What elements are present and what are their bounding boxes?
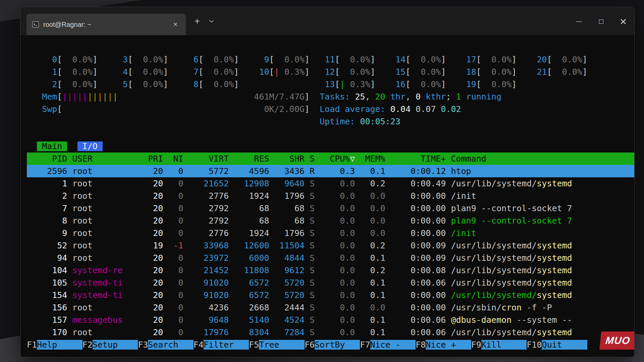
text-segment: 0.0% [62, 55, 92, 64]
text-segment: 14 [390, 55, 406, 64]
text-segment [446, 303, 451, 312]
tab-dropdown-button[interactable] [205, 14, 218, 28]
tab-close-button[interactable]: × [170, 19, 180, 29]
text-segment: root [67, 253, 123, 263]
fkey-f6[interactable]: SortBy [315, 340, 360, 350]
text-segment: 0.1 [355, 290, 385, 300]
fkey-f7[interactable]: Nice - [370, 340, 416, 350]
fkey-f9[interactable]: Kill [481, 340, 527, 350]
text-segment: 0 [163, 290, 183, 300]
text-segment: [ [57, 67, 62, 77]
text-segment: 0:00.12 [385, 166, 446, 176]
text-segment: 0 [163, 315, 183, 325]
text-segment [446, 253, 451, 263]
text-segment: 2776 [183, 228, 229, 238]
process-row-94[interactable]: 94 root 20 0 23972 6000 4844 S 0.0 0.1 0… [27, 252, 634, 264]
text-segment: root [67, 241, 123, 250]
text-segment: [ [406, 79, 411, 89]
text-segment: 0.0% [481, 55, 512, 64]
text-segment: 0.07 [416, 104, 441, 114]
table-header-row[interactable]: PID USER PRI NI VIRT RES SHR S CPU%▽ MEM… [27, 153, 634, 165]
maximize-button[interactable]: □ [590, 7, 612, 35]
text-segment: kthr [421, 92, 446, 102]
text-segment [27, 141, 37, 151]
text-segment: messagebus [67, 315, 123, 325]
text-segment: [ [269, 67, 274, 77]
terminal-tab[interactable]: root@Ragnar: ~ × [26, 14, 186, 35]
process-row-52[interactable]: 52 root 19 -1 33968 12600 11504 S 0.0 0.… [27, 239, 634, 252]
process-row-8[interactable]: 8 root 20 0 2792 68 68 S 0.0 0.0 0:00.00… [27, 215, 634, 227]
text-segment: [ [335, 79, 340, 89]
text-segment: , [406, 92, 416, 102]
text-segment: [ [269, 55, 274, 64]
text-segment: systemd-re [67, 265, 123, 275]
text-segment: 9612 [269, 265, 305, 275]
text-segment: F4 [194, 340, 204, 350]
text-segment: F1 [27, 340, 37, 350]
process-row-2596[interactable]: 2596 root 20 0 5772 4596 3436 R 0.3 0.1 … [27, 165, 634, 177]
watermark-text: MUO [605, 335, 631, 346]
text-segment: 20 [532, 55, 547, 64]
text-segment: ; [446, 92, 456, 102]
text-segment: 0.0 [315, 216, 355, 226]
column-header-mem: MEM% [355, 154, 385, 164]
fkey-f2[interactable]: Setup [93, 340, 138, 350]
text-segment: F2 [83, 340, 93, 350]
fkey-f8[interactable]: Nice + [426, 340, 471, 350]
text-segment: ] [441, 67, 446, 77]
text-segment: /init [451, 191, 476, 201]
text-segment: 0 [163, 253, 183, 263]
text-segment: 0.0% [411, 79, 441, 89]
text-segment: S [305, 203, 315, 213]
text-segment [446, 191, 451, 201]
fkey-f4[interactable]: Filter [204, 340, 249, 350]
column-header-s: S [305, 154, 315, 164]
window-controls: — □ × [568, 7, 634, 35]
text-segment: 20 [123, 203, 163, 213]
text-segment: 3 [113, 55, 128, 64]
minimize-button[interactable]: — [568, 7, 590, 35]
fkey-f10[interactable]: Quit [542, 340, 587, 350]
text-segment: 12908 [229, 179, 269, 188]
fkey-f5[interactable]: Tree [259, 340, 304, 350]
text-segment: 0.2 [355, 241, 385, 250]
text-segment: 0.0 [315, 303, 355, 312]
text-segment: ] [370, 67, 375, 77]
text-segment: 20 [375, 92, 385, 102]
screen-tab-i-o[interactable]: I/O [77, 141, 103, 151]
text-segment: 2 [42, 79, 57, 89]
meter-line-3: 2[ 0.0%] 5[ 0.0%] 8[ 0.0%] 13[| 0.3%] 16… [27, 78, 634, 90]
text-segment: 157 [27, 315, 67, 325]
text-segment: [ [547, 67, 552, 77]
text-segment: systemd [537, 278, 572, 288]
text-segment: [ [57, 92, 62, 102]
text-segment: Uptime: [320, 117, 360, 126]
process-row-7[interactable]: 7 root 20 0 2792 68 68 S 0.0 0.0 0:00.00… [27, 202, 634, 215]
process-row-170[interactable]: 170 root 20 0 17976 8304 7284 S 0.0 0.1 … [27, 326, 634, 339]
text-segment: systemd [537, 290, 572, 300]
text-segment [27, 79, 42, 89]
text-segment [168, 55, 183, 64]
process-row-105[interactable]: 105 systemd-ti 20 0 91020 6572 5720 S 0.… [27, 277, 634, 289]
text-segment: 0:00.08 [385, 265, 446, 275]
process-row-157[interactable]: 157 messagebus 20 0 9648 5140 4524 S 0.0… [27, 314, 634, 326]
fkey-f1[interactable]: Help [37, 340, 82, 350]
text-segment: 105 [27, 278, 67, 288]
process-row-156[interactable]: 156 root 20 0 4236 2668 2444 S 0.0 0.0 0… [27, 301, 634, 314]
screen-tab-main[interactable]: Main [37, 141, 67, 151]
text-segment: 16 [390, 79, 406, 89]
process-row-9[interactable]: 9 root 20 0 2776 1924 1796 S 0.0 0.0 0:0… [27, 227, 634, 239]
text-segment: 0.3% [279, 67, 305, 77]
process-row-1[interactable]: 1 root 20 0 21652 12908 9640 S 0.0 0.2 0… [27, 177, 634, 190]
fkey-f3[interactable]: Search [148, 340, 193, 350]
text-segment [27, 92, 42, 102]
close-button[interactable]: × [612, 7, 634, 35]
process-row-154[interactable]: 154 systemd-ti 20 0 91020 6572 5720 S 0.… [27, 289, 634, 301]
process-row-104[interactable]: 104 systemd-re 20 0 21452 11808 9612 S 0… [27, 264, 634, 277]
text-segment: ||||| [62, 92, 87, 102]
text-segment: [ [128, 67, 133, 77]
text-segment: 6572 [229, 290, 269, 300]
text-segment: 0.0% [481, 67, 512, 77]
new-tab-button[interactable]: + [191, 14, 204, 28]
process-row-2[interactable]: 2 root 20 0 2776 1924 1796 S 0.0 0.0 0:0… [27, 190, 634, 202]
